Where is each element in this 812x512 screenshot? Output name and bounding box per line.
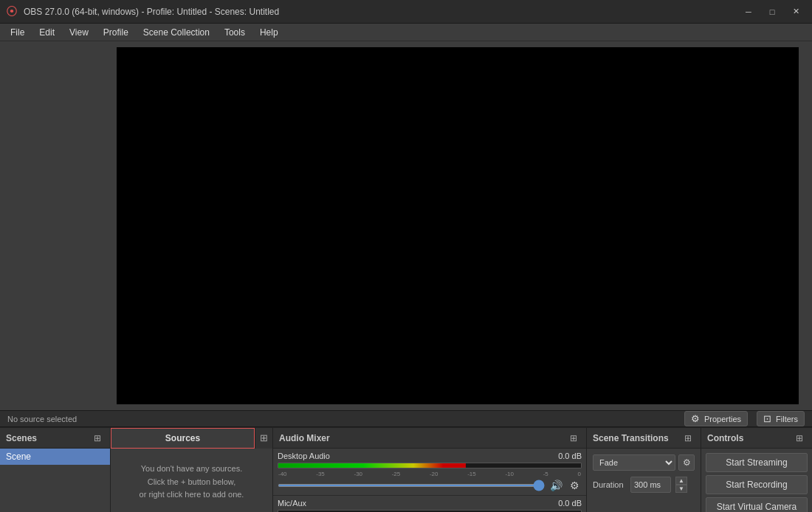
menu-edit[interactable]: Edit xyxy=(32,26,62,39)
sources-expand-button[interactable]: ⊞ xyxy=(255,428,272,449)
maximize-button[interactable]: □ xyxy=(762,4,782,19)
title-bar: ⦿ OBS 27.0.0 (64-bit, windows) - Profile… xyxy=(0,0,812,24)
sources-empty-text: You don't have any sources. Click the + … xyxy=(140,463,244,502)
scene-item[interactable]: Scene xyxy=(0,449,110,465)
desktop-audio-top: Desktop Audio 0.0 dB xyxy=(278,452,582,460)
sources-panel-header: Sources ⊞ xyxy=(111,428,272,449)
menu-view[interactable]: View xyxy=(62,26,96,39)
mic-aux-channel: Mic/Aux 0.0 dB -40-35-30-25-20-15-10-50 … xyxy=(273,496,586,512)
filters-label: Filters xyxy=(776,415,798,423)
properties-label: Properties xyxy=(704,415,741,423)
filters-button[interactable]: ⊡ Filters xyxy=(757,411,805,426)
transitions-header: Scene Transitions ⊞ xyxy=(587,428,701,449)
scene-item-label: Scene xyxy=(6,452,31,462)
menu-scene-collection[interactable]: Scene Collection xyxy=(136,26,217,39)
menu-bar: File Edit View Profile Scene Collection … xyxy=(0,24,812,41)
start-streaming-label: Start Streaming xyxy=(726,457,787,468)
start-recording-button[interactable]: Start Recording xyxy=(706,475,808,494)
preview-row xyxy=(0,41,812,410)
sources-header-button[interactable]: Sources xyxy=(111,428,255,449)
duration-row: Duration ▲ ▼ xyxy=(593,477,695,493)
duration-spinner: ▲ ▼ xyxy=(675,477,687,493)
duration-increment-button[interactable]: ▲ xyxy=(675,477,687,485)
desktop-mute-button[interactable]: 🔊 xyxy=(548,479,565,492)
preview-canvas xyxy=(117,47,799,404)
fade-row: Fade Cut Swipe Slide Stinger Fade to Col… xyxy=(593,454,695,471)
start-virtual-camera-button[interactable]: Start Virtual Camera xyxy=(706,497,808,512)
start-recording-label: Start Recording xyxy=(726,480,787,490)
main-area: No source selected ⚙ Properties ⊡ Filter… xyxy=(0,41,812,512)
status-bar: No source selected ⚙ Properties ⊡ Filter… xyxy=(0,410,812,427)
bottom-panel: No source selected ⚙ Properties ⊡ Filter… xyxy=(0,410,812,512)
menu-tools[interactable]: Tools xyxy=(217,26,252,39)
scenes-expand-button[interactable]: ⊞ xyxy=(91,432,104,445)
mic-aux-db: 0.0 dB xyxy=(558,499,582,508)
title-text: OBS 27.0.0 (64-bit, windows) - Profile: … xyxy=(24,7,279,17)
controls-header: Controls ⊞ xyxy=(701,428,812,449)
desktop-audio-meter-fill xyxy=(278,463,466,468)
transition-type-select[interactable]: Fade Cut Swipe Slide Stinger Fade to Col… xyxy=(593,454,675,471)
duration-label: Duration xyxy=(593,480,626,489)
sources-panel: Sources ⊞ You don't have any sources. Cl… xyxy=(111,428,273,512)
desktop-audio-controls: 🔊 ⚙ xyxy=(278,479,582,492)
window-controls: ─ □ ✕ xyxy=(738,4,806,19)
start-virtual-camera-label: Start Virtual Camera xyxy=(717,502,797,512)
controls-expand-button[interactable]: ⊞ xyxy=(793,432,806,445)
scenes-panel-header: Scenes ⊞ xyxy=(0,428,110,449)
panels-row: Scenes ⊞ Scene Sources ⊞ You don't have … xyxy=(0,427,812,512)
desktop-audio-meter xyxy=(278,463,582,468)
transitions-body: Fade Cut Swipe Slide Stinger Fade to Col… xyxy=(587,449,701,499)
no-source-label: No source selected xyxy=(7,415,77,423)
desktop-settings-button[interactable]: ⚙ xyxy=(568,479,582,492)
menu-profile[interactable]: Profile xyxy=(96,26,136,39)
controls-header-label: Controls xyxy=(707,433,743,443)
desktop-audio-channel: Desktop Audio 0.0 dB -40-35-30-25-20-15-… xyxy=(273,449,586,496)
title-bar-left: ⦿ OBS 27.0.0 (64-bit, windows) - Profile… xyxy=(6,5,279,18)
desktop-volume-slider[interactable] xyxy=(278,484,545,487)
sources-empty-message: You don't have any sources. Click the + … xyxy=(111,449,272,512)
gear-icon: ⚙ xyxy=(691,413,700,424)
desktop-audio-label: Desktop Audio xyxy=(278,452,330,460)
transitions-expand-button[interactable]: ⊞ xyxy=(681,432,695,445)
desktop-audio-ticks: -40-35-30-25-20-15-10-50 xyxy=(278,471,582,477)
audio-expand-button[interactable]: ⊞ xyxy=(567,432,580,445)
properties-button[interactable]: ⚙ Properties xyxy=(684,411,748,426)
transitions-header-label: Scene Transitions xyxy=(593,433,669,443)
right-spacer xyxy=(805,41,812,410)
transition-settings-button[interactable]: ⚙ xyxy=(678,454,695,471)
minimize-button[interactable]: ─ xyxy=(738,4,759,19)
duration-decrement-button[interactable]: ▼ xyxy=(675,485,687,493)
menu-help[interactable]: Help xyxy=(252,26,286,39)
gear-icon: ⚙ xyxy=(683,457,691,468)
menu-file[interactable]: File xyxy=(3,26,32,39)
duration-input[interactable] xyxy=(630,477,671,493)
scene-transitions-panel: Scene Transitions ⊞ Fade Cut Swipe Slide… xyxy=(587,428,701,512)
sources-header-label: Sources xyxy=(165,433,200,443)
controls-panel: Controls ⊞ Start Streaming Start Recordi… xyxy=(701,428,812,512)
close-button[interactable]: ✕ xyxy=(785,4,806,19)
scenes-panel: Scenes ⊞ Scene xyxy=(0,428,111,512)
mic-aux-top: Mic/Aux 0.0 dB xyxy=(278,499,582,508)
app-icon: ⦿ xyxy=(6,5,18,18)
desktop-audio-db: 0.0 dB xyxy=(558,452,582,460)
left-spacer xyxy=(0,41,111,410)
start-streaming-button[interactable]: Start Streaming xyxy=(706,453,808,472)
mic-aux-label: Mic/Aux xyxy=(278,499,306,508)
audio-panel-header: Audio Mixer ⊞ xyxy=(273,428,586,449)
filter-icon: ⊡ xyxy=(763,413,771,424)
audio-mixer-panel: Audio Mixer ⊞ Desktop Audio 0.0 dB -40-3… xyxy=(273,428,587,512)
controls-body: Start Streaming Start Recording Start Vi… xyxy=(701,449,812,512)
scenes-header-label: Scenes xyxy=(6,433,37,443)
audio-header-label: Audio Mixer xyxy=(279,433,330,443)
